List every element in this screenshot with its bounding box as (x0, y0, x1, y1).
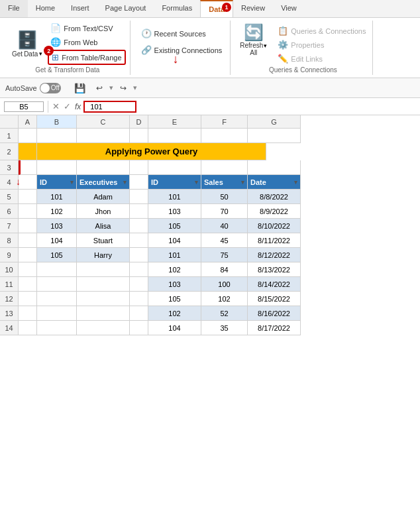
cell-e3[interactable] (148, 160, 201, 175)
from-table-range-button[interactable]: ⊞ From Table/Range (49, 51, 124, 64)
cell-e7[interactable]: 105 (148, 219, 201, 233)
cell-g7[interactable]: 8/10/2022 (248, 219, 301, 233)
edit-links-button[interactable]: ✏️ Edit Links (275, 52, 368, 65)
cell-c6[interactable]: Jhon (77, 204, 130, 219)
cell-e4-header[interactable]: ID▾ (148, 175, 201, 190)
cell-a10[interactable] (19, 262, 37, 277)
cell-b12[interactable] (37, 292, 77, 306)
cell-c1[interactable] (77, 129, 130, 143)
cancel-icon[interactable]: ✕ (52, 101, 60, 111)
cell-f6[interactable]: 70 (201, 204, 248, 219)
cell-b10[interactable] (37, 262, 77, 277)
cell-a13[interactable] (19, 306, 37, 321)
cell-g14[interactable]: 8/17/2022 (248, 321, 301, 335)
tab-page-layout[interactable]: Page Layout (97, 0, 154, 17)
cell-f3[interactable] (201, 160, 248, 175)
save-button[interactable]: 💾 (70, 82, 89, 95)
cell-d1[interactable] (130, 129, 148, 143)
cell-d9[interactable] (130, 248, 148, 262)
cell-a11[interactable] (19, 277, 37, 292)
cell-e1[interactable] (148, 129, 201, 143)
undo-button[interactable]: ↩ (92, 82, 107, 94)
cell-f8[interactable]: 45 (201, 233, 248, 248)
cell-c5[interactable]: Adam (77, 190, 130, 204)
cell-b7[interactable]: 103 (37, 219, 77, 233)
col-header-g[interactable]: G (248, 115, 301, 129)
cell-d5[interactable] (130, 190, 148, 204)
cell-f13[interactable]: 52 (201, 306, 248, 321)
formula-value-box[interactable]: 101 (83, 101, 136, 113)
cell-f9[interactable]: 75 (201, 248, 248, 262)
cell-e12[interactable]: 105 (148, 292, 201, 306)
cell-e5[interactable]: 101 (148, 190, 201, 204)
cell-c14[interactable] (77, 321, 130, 335)
cell-e9[interactable]: 101 (148, 248, 201, 262)
cell-f10[interactable]: 84 (201, 262, 248, 277)
col-header-d[interactable]: D (130, 115, 148, 129)
cell-b8[interactable]: 104 (37, 233, 77, 248)
cell-f4-header[interactable]: Sales▾ (201, 175, 248, 190)
existing-connections-button[interactable]: 🔗 Existing Connections (138, 44, 225, 56)
from-web-button[interactable]: 🌐 From Web (48, 36, 125, 48)
cell-g3[interactable] (248, 160, 301, 175)
from-text-csv-button[interactable]: 📄 From Text/CSV (48, 22, 125, 34)
cell-c9[interactable]: Harry (77, 248, 130, 262)
cell-d6[interactable] (130, 204, 148, 219)
cell-a4[interactable] (19, 175, 37, 190)
cell-c13[interactable] (77, 306, 130, 321)
cell-c11[interactable] (77, 277, 130, 292)
cell-g1[interactable] (248, 129, 301, 143)
cell-d11[interactable] (130, 277, 148, 292)
col-header-a[interactable]: A (19, 115, 37, 129)
cell-f5[interactable]: 50 (201, 190, 248, 204)
cell-f14[interactable]: 35 (201, 321, 248, 335)
cell-b11[interactable] (37, 277, 77, 292)
tab-insert[interactable]: Insert (63, 0, 97, 17)
cell-a3[interactable] (19, 160, 37, 175)
cell-b13[interactable] (37, 306, 77, 321)
cell-e14[interactable]: 104 (148, 321, 201, 335)
cell-b4-header[interactable]: ID▾ (37, 175, 77, 190)
cell-g12[interactable]: 8/15/2022 (248, 292, 301, 306)
cell-d12[interactable] (130, 292, 148, 306)
col-header-f[interactable]: F (201, 115, 248, 129)
cell-b9[interactable]: 105 (37, 248, 77, 262)
cell-e10[interactable]: 102 (148, 262, 201, 277)
cell-b5[interactable]: 101 (37, 190, 77, 204)
tab-data[interactable]: Data 1 (200, 0, 233, 17)
tab-review[interactable]: Review (233, 0, 273, 17)
cell-d14[interactable] (130, 321, 148, 335)
recent-sources-button[interactable]: 🕐 Recent Sources (138, 27, 225, 40)
cell-a2[interactable] (19, 143, 37, 160)
cell-g11[interactable]: 8/14/2022 (248, 277, 301, 292)
cell-c8[interactable]: Stuart (77, 233, 130, 248)
cell-a7[interactable] (19, 219, 37, 233)
cell-c10[interactable] (77, 262, 130, 277)
tab-view[interactable]: View (273, 0, 305, 17)
refresh-all-button[interactable]: 🔄 Refresh ▾ All (237, 22, 270, 58)
cell-b1[interactable] (37, 129, 77, 143)
tab-formulas[interactable]: Formulas (154, 0, 200, 17)
cell-f7[interactable]: 40 (201, 219, 248, 233)
cell-g9[interactable]: 8/12/2022 (248, 248, 301, 262)
cell-g10[interactable]: 8/13/2022 (248, 262, 301, 277)
cell-g6[interactable]: 8/9/2022 (248, 204, 301, 219)
cell-a1[interactable] (19, 129, 37, 143)
cell-d7[interactable] (130, 219, 148, 233)
get-data-button[interactable]: 🗄️ Get Data ▾ (9, 28, 45, 59)
cell-g8[interactable]: 8/11/2022 (248, 233, 301, 248)
cell-c4-header[interactable]: Executives▾ (77, 175, 130, 190)
cell-e13[interactable]: 102 (148, 306, 201, 321)
cell-b14[interactable] (37, 321, 77, 335)
tab-home[interactable]: Home (28, 0, 63, 17)
col-header-b[interactable]: B (37, 115, 77, 129)
cell-b3[interactable] (37, 160, 77, 175)
cell-g13[interactable]: 8/16/2022 (248, 306, 301, 321)
col-header-c[interactable]: C (77, 115, 130, 129)
cell-c12[interactable] (77, 292, 130, 306)
cell-d4[interactable] (130, 175, 148, 190)
cell-e11[interactable]: 103 (148, 277, 201, 292)
properties-button[interactable]: ⚙️ Properties (275, 38, 368, 51)
cell-d8[interactable] (130, 233, 148, 248)
tab-file[interactable]: File (0, 0, 28, 17)
